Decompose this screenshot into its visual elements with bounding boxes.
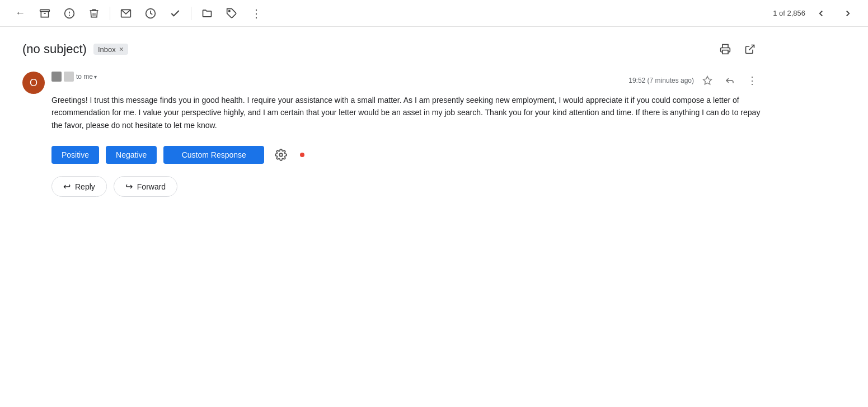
label-icon [226, 8, 237, 19]
new-window-button[interactable] [739, 38, 761, 60]
folder-icon [201, 8, 213, 19]
avatar: O [22, 72, 45, 94]
chevron-right-icon [843, 8, 853, 18]
back-button[interactable]: ← [9, 2, 31, 25]
trash-icon [88, 8, 100, 19]
email-header-row: to me ▾ 19:52 (7 minutes ago) ⋮ [51, 72, 761, 89]
forward-label: Forward [137, 182, 166, 191]
pagination: 1 of 2,856 [773, 2, 859, 25]
report-button[interactable] [58, 2, 81, 25]
delete-button[interactable] [83, 2, 105, 25]
to-me-chevron-icon: ▾ [94, 74, 97, 80]
star-button[interactable] [698, 72, 716, 89]
email-timestamp: 19:52 (7 minutes ago) [628, 77, 694, 84]
svg-rect-0 [40, 10, 50, 11]
back-icon: ← [15, 7, 25, 19]
more-email-icon: ⋮ [747, 74, 757, 87]
more-dots-icon: ⋮ [251, 7, 262, 20]
move-button[interactable] [196, 2, 218, 25]
smart-reply-settings-button[interactable] [271, 145, 291, 165]
svg-marker-9 [703, 77, 712, 84]
email-message: O to me ▾ 19:52 (7 minutes ago) [22, 72, 761, 131]
inbox-label: Inbox [98, 45, 116, 54]
check-icon [170, 8, 181, 19]
snooze-button[interactable] [139, 2, 162, 25]
archive-button[interactable] [34, 2, 56, 25]
report-icon [64, 8, 75, 19]
toolbar: ← ⋮ 1 of 2,856 [0, 0, 868, 27]
forward-button[interactable]: ↪ Forward [114, 176, 177, 197]
email-content: to me ▾ 19:52 (7 minutes ago) ⋮ [51, 72, 761, 131]
chevron-left-icon [816, 8, 826, 18]
divider-1 [110, 7, 110, 20]
reply-header-button[interactable] [721, 72, 739, 89]
done-button[interactable] [164, 2, 186, 25]
star-icon [702, 75, 712, 86]
clock-icon [145, 8, 156, 19]
header-actions [714, 38, 761, 60]
email-container: (no subject) Inbox × O to me ▾ [0, 27, 783, 208]
prev-email-button[interactable] [810, 2, 832, 25]
custom-response-button[interactable]: Custom Response [163, 146, 264, 164]
reply-icon [725, 75, 735, 86]
to-me-dropdown[interactable]: to me ▾ [76, 73, 97, 81]
svg-point-3 [69, 15, 70, 15]
more-button[interactable]: ⋮ [245, 2, 268, 25]
positive-button[interactable]: Positive [51, 146, 99, 164]
email-body: Greetings! I trust this message finds yo… [51, 94, 761, 131]
inbox-badge: Inbox × [93, 44, 128, 55]
new-window-icon [744, 44, 756, 55]
subject-line: (no subject) Inbox × [22, 38, 761, 60]
svg-rect-7 [722, 50, 728, 54]
reply-label: Reply [75, 182, 95, 191]
divider-2 [191, 7, 191, 20]
svg-line-8 [749, 45, 754, 50]
notification-dot [300, 153, 304, 157]
more-email-button[interactable]: ⋮ [743, 72, 761, 89]
remove-inbox-label-button[interactable]: × [119, 45, 124, 54]
svg-point-10 [280, 153, 283, 157]
label-button[interactable] [220, 2, 243, 25]
sender-info: to me ▾ [51, 72, 97, 82]
print-icon [720, 44, 731, 55]
next-email-button[interactable] [837, 2, 859, 25]
email-subject: (no subject) [22, 42, 87, 56]
reply-arrow-icon: ↩ [63, 181, 71, 192]
email-icon [120, 8, 132, 19]
smart-reply-buttons: Positive Negative Custom Response [51, 145, 761, 165]
email-meta-right: 19:52 (7 minutes ago) ⋮ [628, 72, 761, 89]
forward-arrow-icon: ↪ [125, 181, 133, 192]
reply-button[interactable]: ↩ Reply [51, 176, 107, 197]
sender-icon-square [51, 72, 62, 82]
reply-forward-row: ↩ Reply ↪ Forward [51, 176, 761, 197]
archive-icon [39, 8, 50, 19]
pagination-text: 1 of 2,856 [773, 9, 805, 17]
sender-icon-square2 [64, 72, 74, 82]
to-me-label: to me [76, 73, 93, 81]
svg-point-6 [229, 10, 231, 12]
print-button[interactable] [714, 38, 736, 60]
mark-unread-button[interactable] [115, 2, 137, 25]
gear-icon [275, 149, 287, 161]
negative-button[interactable]: Negative [106, 146, 157, 164]
